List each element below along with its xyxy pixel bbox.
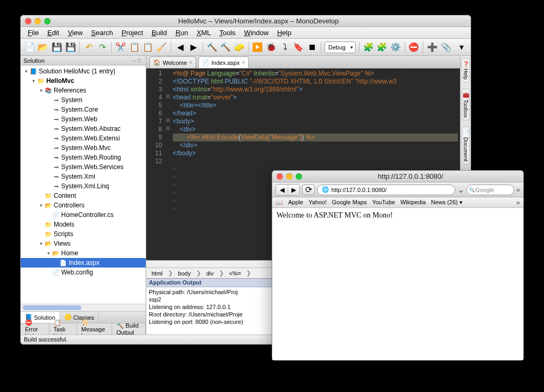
- menu-tools[interactable]: Tools: [216, 28, 239, 38]
- extra2-icon[interactable]: 📎: [440, 41, 452, 53]
- back-button[interactable]: ◀: [276, 185, 288, 195]
- bookmark-item[interactable]: YouTube: [372, 199, 395, 206]
- undo-icon[interactable]: ↶: [83, 41, 95, 53]
- browser-titlebar[interactable]: http://127.0.0.1:8080/: [272, 171, 523, 182]
- tree-row[interactable]: ▾📂Controllers: [21, 201, 146, 210]
- debug-icon[interactable]: 🐞: [265, 41, 277, 53]
- overflow-icon[interactable]: »: [516, 186, 520, 194]
- nav-fwd-icon[interactable]: ▶: [188, 41, 199, 53]
- close-icon[interactable]: ×: [242, 60, 245, 65]
- tree-row[interactable]: ⊸System.Web.Extensi: [21, 134, 146, 143]
- copy-icon[interactable]: 📋: [129, 41, 140, 53]
- bottom-tab-task-list[interactable]: 📋 Task List: [49, 323, 77, 335]
- tree-row[interactable]: ⊸System.Web: [21, 114, 146, 124]
- config-selector[interactable]: Debug: [324, 41, 355, 53]
- stop-icon[interactable]: ⛔: [408, 41, 420, 53]
- new-file-icon[interactable]: 📄: [24, 41, 36, 53]
- delete-icon[interactable]: 🧹: [156, 41, 168, 53]
- tab-welcome[interactable]: 🏠Welcome×: [149, 56, 196, 68]
- tree-row[interactable]: ⊸System.Core: [21, 105, 146, 114]
- breadcrumb-item[interactable]: html: [149, 270, 165, 277]
- tree-row[interactable]: 📄Web.config: [21, 268, 146, 277]
- bookmark-item[interactable]: Google Maps: [332, 199, 366, 206]
- zoom-icon[interactable]: [296, 173, 302, 180]
- panel-pin-icon[interactable]: □: [138, 57, 143, 63]
- tree-row[interactable]: 📁Content: [21, 191, 146, 201]
- breadcrumb-item[interactable]: div: [204, 270, 216, 277]
- minimize-icon[interactable]: [35, 18, 41, 24]
- ide-titlebar[interactable]: HelloMvc – Views/Home/Index.aspx – MonoD…: [21, 15, 471, 27]
- breakpoint-icon[interactable]: 🔖: [292, 41, 304, 53]
- bottom-tab-build-output[interactable]: 🔨 Build Output: [112, 323, 146, 335]
- tree-row[interactable]: 📁Scripts: [21, 229, 146, 239]
- step-icon[interactable]: ⤵: [279, 41, 291, 53]
- save-all-icon[interactable]: 💾: [65, 41, 77, 53]
- menu-edit[interactable]: Edit: [44, 28, 63, 38]
- redo-icon[interactable]: ↷: [97, 41, 108, 53]
- bookmark-item[interactable]: Apple: [288, 199, 303, 206]
- tree-row[interactable]: ⊸System.Xml: [21, 172, 146, 181]
- tree-hscrollbar[interactable]: [21, 304, 146, 311]
- tree-row[interactable]: ▾📚References: [21, 86, 146, 95]
- plugin3-icon[interactable]: ⚙️: [390, 41, 401, 53]
- side-tab-document[interactable]: 📄Document: [462, 127, 470, 164]
- menu-view[interactable]: View: [64, 28, 86, 38]
- tree-row[interactable]: ⊸System: [21, 95, 146, 105]
- open-icon[interactable]: 📂: [38, 41, 49, 53]
- nav-back-icon[interactable]: ◀: [174, 41, 186, 53]
- tree-row[interactable]: ⊸System.Web.Abstrac: [21, 124, 146, 134]
- tree-row[interactable]: ▾📂Home: [21, 248, 146, 258]
- overflow-icon[interactable]: »: [516, 198, 520, 206]
- cut-icon[interactable]: ✂️: [115, 41, 127, 53]
- plugin2-icon[interactable]: 🧩: [376, 41, 388, 53]
- tree-row[interactable]: ⊸System.Web.Mvc: [21, 143, 146, 153]
- bottom-tab-error-list[interactable]: ⛔ Error List: [21, 323, 49, 335]
- minimize-icon[interactable]: [286, 173, 292, 180]
- tree-row[interactable]: ⊸System.Web.Services: [21, 162, 146, 172]
- breadcrumb-item[interactable]: body: [176, 270, 193, 277]
- menu-file[interactable]: File: [24, 28, 43, 38]
- menu-run[interactable]: Run: [172, 28, 192, 38]
- menu-build[interactable]: Build: [148, 28, 171, 38]
- bookmark-item[interactable]: News (26) ▾: [431, 199, 463, 206]
- chevron-down-icon[interactable]: ▾: [456, 41, 467, 53]
- side-tab-help[interactable]: ❓Help: [462, 58, 470, 82]
- tree-row[interactable]: ⊸System.Xml.Linq: [21, 181, 146, 191]
- plugin1-icon[interactable]: 🧩: [363, 41, 374, 53]
- menu-window[interactable]: Window: [240, 28, 272, 38]
- tree-row[interactable]: ▾📘Solution HelloMvc (1 entry): [21, 66, 146, 76]
- tree-row[interactable]: 📄Index.aspx: [21, 258, 146, 268]
- tree-row[interactable]: ▾📁HelloMvc: [21, 76, 146, 86]
- menu-help[interactable]: Help: [273, 28, 295, 38]
- menu-search[interactable]: Search: [87, 28, 116, 38]
- menu-project[interactable]: Project: [118, 28, 147, 38]
- save-icon[interactable]: 💾: [51, 41, 63, 53]
- fold-gutter[interactable]: ⊟⊟⊟: [165, 69, 171, 260]
- side-tab-toolbox[interactable]: 🧰Toolbox: [462, 89, 470, 120]
- stop-debug-icon[interactable]: ⏹: [306, 41, 318, 53]
- panel-min-icon[interactable]: –: [132, 57, 138, 63]
- bookmarks-icon[interactable]: 📖: [275, 199, 283, 206]
- run-icon[interactable]: ▶️: [252, 41, 264, 53]
- tab-index[interactable]: 📄Index.aspx×: [198, 56, 249, 68]
- extra1-icon[interactable]: ➕: [426, 41, 438, 53]
- forward-button[interactable]: ▶: [288, 185, 299, 195]
- bookmark-item[interactable]: Wikipedia: [400, 199, 426, 206]
- close-icon[interactable]: [277, 173, 283, 180]
- search-field[interactable]: Google: [466, 185, 514, 195]
- bookmark-item[interactable]: Yahoo!: [308, 199, 327, 206]
- breadcrumb-item[interactable]: <%=: [227, 270, 244, 277]
- close-icon[interactable]: ×: [189, 60, 193, 65]
- tree-row[interactable]: 📄HomeController.cs: [21, 210, 146, 220]
- menu-xml[interactable]: XML: [193, 28, 215, 38]
- close-icon[interactable]: [25, 18, 31, 24]
- tree-row[interactable]: ▾📂Views: [21, 239, 146, 248]
- rss-icon[interactable]: ⌄: [457, 185, 464, 195]
- zoom-icon[interactable]: [44, 18, 51, 24]
- rebuild-icon[interactable]: 🔨: [220, 41, 231, 53]
- url-field[interactable]: 🌐http://127.0.0.1:8080/: [317, 185, 455, 195]
- solution-tree[interactable]: ▾📘Solution HelloMvc (1 entry)▾📁HelloMvc▾…: [21, 65, 146, 304]
- tree-row[interactable]: ⊸System.Web.Routing: [21, 153, 146, 162]
- paste-icon[interactable]: 📋: [143, 41, 154, 53]
- build-icon[interactable]: 🔨: [206, 41, 218, 53]
